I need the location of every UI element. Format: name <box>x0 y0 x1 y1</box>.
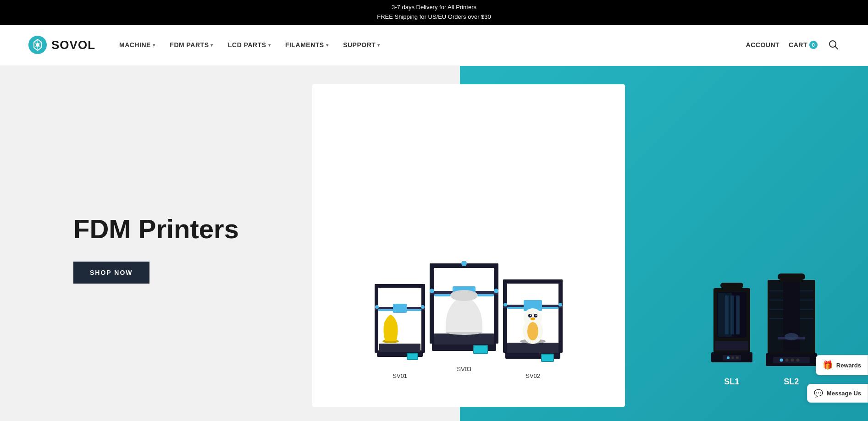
svg-point-61 <box>727 356 730 359</box>
chevron-down-icon: ▾ <box>210 43 213 48</box>
printer-sl2-svg <box>764 273 819 373</box>
svg-point-30 <box>430 289 434 293</box>
header-right: ACCOUNT CART 0 <box>746 38 840 52</box>
sl1-label: SL1 <box>724 377 739 387</box>
svg-rect-70 <box>800 282 813 351</box>
sv02-label: SV02 <box>525 372 540 379</box>
nav-support[interactable]: SUPPORT ▾ <box>337 38 386 52</box>
announcement-line2: FREE Shipping for US/EU Orders over $30 <box>0 12 868 22</box>
hero-section: FDM Printers SHOP NOW <box>0 66 868 421</box>
chevron-down-icon: ▾ <box>377 43 380 48</box>
svg-rect-66 <box>736 295 740 334</box>
svg-rect-71 <box>783 282 800 351</box>
svg-rect-65 <box>730 295 734 334</box>
logo-icon <box>28 35 48 55</box>
header: SOVOL MACHINE ▾ FDM PARTS ▾ LCD PARTS ▾ … <box>0 25 868 66</box>
svg-point-47 <box>536 314 537 316</box>
slide-counter: 1 / 2 <box>465 383 489 405</box>
svg-point-46 <box>530 314 531 316</box>
nav-lcd-parts[interactable]: LCD PARTS ▾ <box>222 38 276 52</box>
svg-point-48 <box>531 317 535 320</box>
svg-rect-67 <box>778 273 805 280</box>
svg-rect-11 <box>378 309 421 311</box>
announcement-line1: 3-7 days Delivery for All Printers <box>0 3 868 12</box>
svg-rect-54 <box>720 283 743 288</box>
svg-line-3 <box>835 47 838 49</box>
svg-point-31 <box>494 289 498 293</box>
sl2-label: SL2 <box>784 377 799 387</box>
printer-sl1-svg <box>709 282 755 373</box>
svg-point-53 <box>558 303 562 306</box>
search-icon <box>829 40 839 50</box>
svg-point-87 <box>785 333 798 340</box>
header-left: SOVOL MACHINE ▾ FDM PARTS ▾ LCD PARTS ▾ … <box>28 35 386 55</box>
logo-text: SOVOL <box>51 38 95 52</box>
cart-link[interactable]: CART 0 <box>789 41 818 49</box>
svg-point-27 <box>450 290 478 301</box>
svg-rect-40 <box>507 343 558 353</box>
nav-machine[interactable]: MACHINE ▾ <box>114 38 160 52</box>
svg-rect-29 <box>474 346 487 353</box>
next-slide-button[interactable] <box>431 239 451 259</box>
svg-rect-69 <box>769 282 783 351</box>
svg-point-16 <box>421 305 425 309</box>
rewards-icon: 🎁 <box>823 360 833 370</box>
svg-point-82 <box>780 358 783 361</box>
fdm-image-card: SV01 <box>312 84 625 407</box>
rewards-label: Rewards <box>836 362 861 369</box>
chevron-down-icon: ▾ <box>153 43 155 48</box>
chevron-right-icon <box>437 246 445 253</box>
svg-rect-64 <box>725 295 729 334</box>
printer-sv03-svg <box>427 261 501 362</box>
svg-rect-8 <box>393 304 407 313</box>
main-nav: MACHINE ▾ FDM PARTS ▾ LCD PARTS ▾ FILAME… <box>114 38 386 52</box>
slide-current-number: 1 <box>465 383 478 405</box>
nav-filaments[interactable]: FILAMENTS ▾ <box>280 38 334 52</box>
svg-rect-10 <box>379 344 420 352</box>
message-label: Message Us <box>827 390 861 397</box>
slide-total-number: 2 <box>484 393 489 404</box>
chevron-down-icon: ▾ <box>326 43 329 48</box>
shop-now-button[interactable]: SHOP NOW <box>73 262 149 284</box>
svg-rect-18 <box>430 263 434 344</box>
printer-sl1-item: SL1 <box>709 282 755 387</box>
announcement-bar: 3-7 days Delivery for All Printers FREE … <box>0 0 868 25</box>
printer-sv03-item: SV03 <box>427 261 501 372</box>
logo[interactable]: SOVOL <box>28 35 95 55</box>
svg-rect-5 <box>375 284 378 353</box>
printer-sv02-svg <box>501 277 565 369</box>
rewards-button[interactable]: 🎁 Rewards <box>816 355 868 375</box>
sv03-label: SV03 <box>457 366 471 372</box>
svg-point-49 <box>527 322 538 340</box>
svg-rect-14 <box>408 354 417 359</box>
printer-sv01-svg <box>372 282 427 369</box>
svg-rect-33 <box>503 279 563 284</box>
svg-point-1 <box>36 43 39 47</box>
svg-rect-6 <box>421 284 425 353</box>
messenger-icon: 💬 <box>814 389 823 398</box>
svg-point-84 <box>791 358 794 361</box>
svg-point-62 <box>731 356 734 359</box>
svg-rect-25 <box>434 334 494 344</box>
svg-rect-35 <box>558 279 563 353</box>
svg-point-52 <box>503 303 507 306</box>
svg-point-63 <box>736 356 739 359</box>
svg-rect-19 <box>494 263 498 344</box>
svg-point-85 <box>796 358 799 361</box>
svg-rect-51 <box>542 355 553 361</box>
message-us-button[interactable]: 💬 Message Us <box>807 384 868 403</box>
account-link[interactable]: ACCOUNT <box>746 41 780 49</box>
svg-point-83 <box>785 358 788 361</box>
svg-rect-4 <box>375 284 425 288</box>
slide-separator: / <box>480 393 482 404</box>
printer-sv02-item: SV02 <box>501 277 565 379</box>
search-button[interactable] <box>827 38 840 52</box>
svg-rect-58 <box>715 341 748 350</box>
chevron-down-icon: ▾ <box>268 43 271 48</box>
printer-sv01-item: SV01 <box>372 282 427 379</box>
svg-point-15 <box>375 305 379 309</box>
cart-badge: 0 <box>809 41 818 49</box>
nav-fdm-parts[interactable]: FDM PARTS ▾ <box>164 38 219 52</box>
printer-sl2-item: SL2 <box>764 273 819 387</box>
sv01-label: SV01 <box>393 372 407 379</box>
